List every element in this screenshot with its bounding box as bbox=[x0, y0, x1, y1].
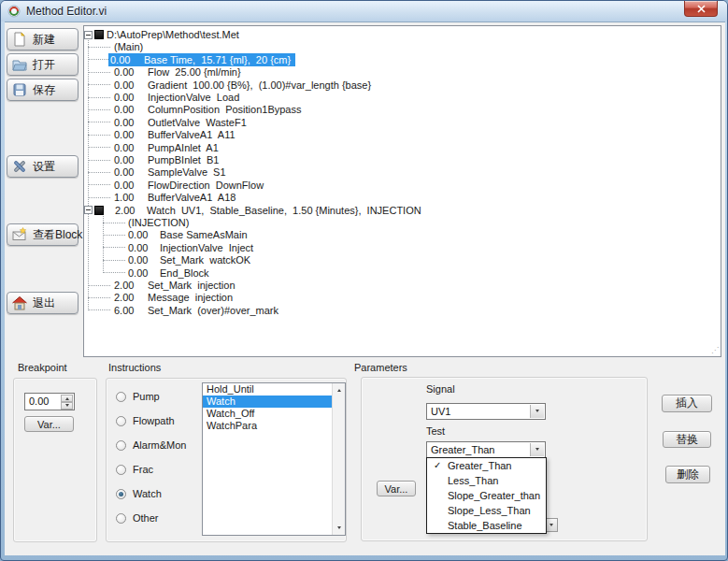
toolbar-button-view-block[interactable]: 查看Block bbox=[7, 223, 79, 246]
breakpoint-var-button[interactable]: Var... bbox=[24, 416, 74, 432]
tree-row[interactable]: 2.00Watch UV1, Stable_Baseline, 1.50 {Mi… bbox=[84, 204, 421, 217]
tree-row[interactable]: 0.00End_Block bbox=[103, 266, 209, 280]
list-item[interactable]: Hold_Until bbox=[203, 383, 345, 396]
spinner-up-icon[interactable] bbox=[61, 395, 73, 402]
collapse-icon[interactable] bbox=[84, 31, 93, 39]
signal-combobox[interactable]: UV1 bbox=[426, 403, 546, 420]
tree-row[interactable]: 0.00PumpAInlet A1 bbox=[88, 141, 219, 154]
radio-watch[interactable]: Watch bbox=[116, 488, 162, 499]
collapse-icon[interactable] bbox=[84, 206, 93, 214]
tree-row[interactable]: 6.00Set_Mark (over)#over_mark bbox=[88, 304, 278, 317]
tree-row[interactable]: 2.00Set_Mark injection bbox=[88, 279, 236, 292]
radio-flowpath[interactable]: Flowpath bbox=[116, 415, 175, 426]
radio-circle-icon bbox=[116, 416, 126, 426]
tree-connector-line bbox=[88, 160, 110, 161]
tree-row-content: 0.00Base Time, 15.71 {ml}, 20 {cm} bbox=[108, 53, 295, 66]
toolbar-button-label: 打开 bbox=[33, 57, 55, 73]
tree-row-text: OutletValve WasteF1 bbox=[148, 117, 247, 128]
tree-row[interactable]: 0.00InjectionValve Load bbox=[88, 91, 239, 104]
tree-row[interactable]: 2.00Message injection bbox=[88, 291, 233, 304]
toolbar-button-save[interactable]: 保存 bbox=[7, 79, 79, 101]
radio-alarm-mon[interactable]: Alarm&Mon bbox=[116, 439, 186, 451]
check-icon: ✓ bbox=[434, 458, 441, 473]
dropdown-option[interactable]: ✓Greater_Than bbox=[427, 458, 546, 473]
tree-row[interactable]: 1.00BufferValveA1 A18 bbox=[88, 191, 236, 204]
dropdown-option[interactable]: Stable_Baseline bbox=[427, 518, 546, 533]
dropdown-option[interactable]: Slope_Less_Than bbox=[427, 503, 546, 518]
tree-row[interactable]: 0.00PumpBInlet B1 bbox=[88, 153, 219, 166]
tree-row-time: 1.00 bbox=[114, 192, 148, 203]
tree-row-time: 0.00 bbox=[110, 54, 144, 65]
tree-row-text: InjectionValve Load bbox=[148, 92, 239, 103]
tree-row-content: 1.00BufferValveA1 A18 bbox=[114, 192, 236, 203]
list-scrollbar[interactable] bbox=[332, 383, 345, 535]
radio-other[interactable]: Other bbox=[116, 512, 159, 524]
tree-row-content: 2.00Set_Mark injection bbox=[114, 280, 236, 291]
spinner-down-icon[interactable] bbox=[61, 402, 73, 410]
method-editor-window: Method Editor.vi 新建打开保存设置查看Block退出 ⋰ D:\… bbox=[0, 0, 728, 561]
parameters-var-button[interactable]: Var... bbox=[377, 481, 416, 496]
dropdown-option-label: Slope_Greater_than bbox=[448, 490, 540, 501]
tree-row[interactable]: 0.00SampleValve S1 bbox=[88, 165, 226, 179]
tree-connector-line bbox=[88, 309, 110, 310]
tree-row[interactable]: 0.00Set_Mark watckOK bbox=[103, 253, 250, 266]
tree-row[interactable]: (INJECTION) bbox=[103, 216, 189, 229]
tree-connector-line bbox=[103, 247, 125, 248]
instruction-list[interactable]: Hold_UntilWatchWatch_OffWatchPara bbox=[202, 382, 346, 536]
tree-row[interactable]: 0.00OutletValve WasteF1 bbox=[88, 116, 247, 129]
list-item[interactable]: WatchPara bbox=[203, 420, 345, 432]
toolbar-button-exit[interactable]: 退出 bbox=[7, 292, 79, 314]
toolbar-button-open[interactable]: 打开 bbox=[7, 53, 79, 76]
tree-row[interactable]: 0.00Gradient 100.00 {B%}, (1.00)#var_len… bbox=[88, 79, 371, 92]
tree-row-text: ColumnPosition Position1Bypass bbox=[148, 104, 301, 115]
test-combobox[interactable]: Greater_Than bbox=[426, 441, 546, 458]
tree-row[interactable]: 0.00Base SameAsMain bbox=[103, 228, 248, 241]
new-document-icon bbox=[12, 32, 27, 47]
tree-row[interactable]: 0.00FlowDirection DownFlow bbox=[88, 179, 264, 192]
resize-grip-icon[interactable]: ⋰ bbox=[711, 347, 719, 354]
tree-row[interactable]: 0.00ColumnPosition Position1Bypass bbox=[88, 103, 301, 116]
tree-row-time: 0.00 bbox=[114, 154, 148, 165]
tree-root-row[interactable]: D:\AutoPrep\Method\test.Met bbox=[84, 28, 239, 41]
test-dropdown-menu: ✓Greater_ThanLess_ThanSlope_Greater_than… bbox=[426, 457, 547, 534]
insert-button[interactable]: 插入 bbox=[662, 395, 712, 412]
tree-row-content: 0.00PumpAInlet A1 bbox=[114, 142, 219, 153]
signal-combo-arrow-icon[interactable] bbox=[530, 405, 544, 418]
tree-row-content: 0.00Base SameAsMain bbox=[128, 229, 248, 240]
close-icon bbox=[697, 5, 706, 13]
tree-row[interactable]: 0.00BufferValveA1 A11 bbox=[88, 128, 236, 141]
delete-button[interactable]: 删除 bbox=[665, 466, 710, 483]
dropdown-option[interactable]: Slope_Greater_than bbox=[427, 488, 546, 503]
tree-connector-line bbox=[88, 135, 110, 136]
scroll-up-icon[interactable] bbox=[334, 384, 345, 396]
list-item[interactable]: Watch_Off bbox=[203, 408, 345, 420]
tree-connector-line bbox=[103, 235, 125, 236]
list-item[interactable]: Watch bbox=[203, 396, 345, 408]
tree-row-time: 0.00 bbox=[114, 92, 148, 103]
tree-connector-line bbox=[88, 97, 110, 98]
dropdown-option[interactable]: Less_Than bbox=[427, 473, 546, 488]
tree-row-content: 0.00PumpBInlet B1 bbox=[114, 154, 219, 165]
radio-pump[interactable]: Pump bbox=[116, 391, 160, 402]
tree-row-content: 2.00Message injection bbox=[114, 292, 233, 303]
radio-frac[interactable]: Frac bbox=[116, 464, 153, 475]
toolbar-button-new[interactable]: 新建 bbox=[7, 28, 79, 50]
tree-connector-line bbox=[88, 147, 110, 148]
tree-connector-line bbox=[88, 84, 110, 85]
replace-button[interactable]: 替换 bbox=[663, 431, 711, 448]
tree-row-content: 0.00Gradient 100.00 {B%}, (1.00)#var_len… bbox=[114, 79, 371, 91]
test-combo-arrow-icon[interactable] bbox=[530, 443, 544, 456]
tree-row[interactable]: 0.00Base Time, 15.71 {ml}, 20 {cm} bbox=[88, 53, 295, 66]
method-tree[interactable]: ⋰ D:\AutoPrep\Method\test.Met(Main)0.00B… bbox=[83, 25, 721, 357]
breakpoint-spinner[interactable]: 0.00 bbox=[24, 393, 75, 410]
radio-label: Other bbox=[133, 512, 159, 524]
tree-row[interactable]: 0.00Flow 25.00 {ml/min} bbox=[88, 65, 241, 79]
tree-row-content: 0.00ColumnPosition Position1Bypass bbox=[114, 104, 301, 115]
tree-row-text: (Main) bbox=[114, 41, 143, 52]
scroll-down-icon[interactable] bbox=[334, 523, 345, 534]
tree-row[interactable]: (Main) bbox=[88, 40, 143, 53]
toolbar-button-settings[interactable]: 设置 bbox=[7, 155, 79, 178]
tree-row-text: PumpBInlet B1 bbox=[148, 154, 219, 165]
close-button[interactable] bbox=[684, 1, 718, 17]
tree-row[interactable]: 0.00InjectionValve Inject bbox=[103, 241, 253, 254]
